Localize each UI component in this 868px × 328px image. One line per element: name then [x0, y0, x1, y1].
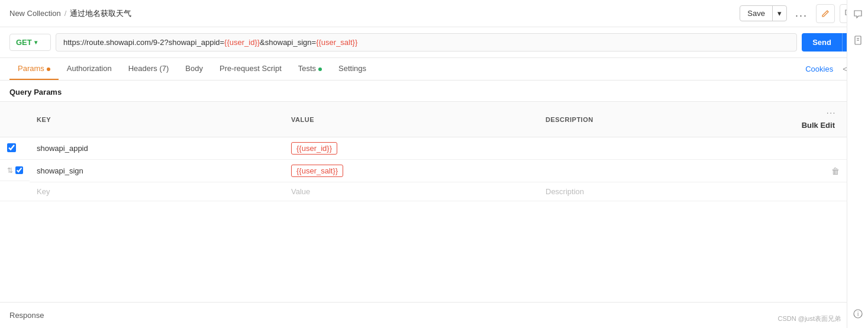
- row2-value-cell: {{user_salt}}: [284, 160, 538, 182]
- save-label: Save: [740, 6, 773, 21]
- table-row: ⇅ showapi_sign {{user_salt}} 🗑: [0, 160, 847, 182]
- row2-desc-cell: [538, 160, 788, 182]
- col-header-actions: ··· Bulk Edit: [788, 102, 847, 137]
- breadcrumb: New Collection / 通过地名获取天气: [9, 8, 131, 19]
- row1-check-cell: [0, 137, 30, 160]
- params-dot: [47, 67, 50, 71]
- tab-body[interactable]: Body: [177, 58, 211, 80]
- svg-text:i: i: [857, 311, 858, 317]
- breadcrumb-separator: /: [64, 9, 67, 18]
- url-base-text: https://route.showapi.com/9-2?showapi_ap…: [63, 38, 224, 47]
- method-dropdown-icon: ▾: [34, 39, 37, 46]
- method-selector[interactable]: GET ▾: [9, 34, 51, 51]
- tab-params[interactable]: Params: [9, 58, 59, 80]
- col-header-check: [0, 102, 30, 137]
- row1-actions-cell: [788, 137, 847, 160]
- row2-value[interactable]: {{user_salt}}: [291, 165, 343, 177]
- save-arrow-icon[interactable]: ▾: [773, 6, 786, 21]
- row2-actions-cell: 🗑: [788, 160, 847, 182]
- request-tabs: Params Authorization Headers (7) Body Pr…: [0, 58, 868, 81]
- row1-key-cell: showapi_appid: [30, 137, 284, 160]
- row2-checkbox[interactable]: [15, 166, 23, 175]
- empty-desc-placeholder[interactable]: Description: [546, 187, 584, 196]
- row1-value-cell: {{user_id}}: [284, 137, 538, 160]
- row2-check-cell: ⇅: [0, 160, 30, 181]
- table-more-button[interactable]: ···: [823, 107, 840, 118]
- url-mid-text: &showapi_sign=: [260, 38, 316, 47]
- tabs-list: Params Authorization Headers (7) Body Pr…: [9, 58, 375, 80]
- empty-value-cell: Value: [284, 182, 538, 201]
- col-header-value: VALUE: [284, 102, 538, 137]
- empty-key-placeholder[interactable]: Key: [37, 187, 50, 196]
- empty-value-placeholder[interactable]: Value: [291, 187, 310, 196]
- save-button[interactable]: Save ▾: [740, 5, 787, 21]
- response-label: Response: [9, 311, 44, 320]
- row1-value[interactable]: {{user_id}}: [291, 142, 337, 155]
- row2-key-cell: showapi_sign: [30, 160, 284, 182]
- tab-headers[interactable]: Headers (7): [120, 58, 178, 80]
- row1-desc-cell: [538, 137, 788, 160]
- row2-delete-icon[interactable]: 🗑: [831, 166, 840, 176]
- query-params-section-title: Query Params: [0, 81, 847, 101]
- header-actions: Save ▾ ...: [740, 4, 859, 23]
- request-name: 通过地名获取天气: [70, 8, 131, 19]
- col-header-description: DESCRIPTION: [538, 102, 788, 137]
- sidebar-info-icon[interactable]: i: [850, 306, 866, 322]
- content-area: Query Params KEY VALUE DESCRIPTION ··· B…: [0, 81, 847, 302]
- empty-key-cell: Key: [30, 182, 284, 201]
- header: New Collection / 通过地名获取天气 Save ▾ ...: [0, 0, 868, 27]
- table-row: showapi_appid {{user_id}}: [0, 137, 847, 160]
- tests-dot: [318, 67, 322, 71]
- empty-desc-cell: Description: [538, 182, 788, 201]
- method-label: GET: [16, 38, 32, 47]
- tab-authorization[interactable]: Authorization: [59, 58, 120, 80]
- response-section[interactable]: Response ▾: [0, 302, 868, 328]
- url-var1: {{user_id}}: [224, 38, 260, 47]
- empty-check-cell: [0, 182, 30, 201]
- row1-checkbox[interactable]: [7, 143, 16, 152]
- more-button[interactable]: ...: [792, 5, 811, 22]
- cookies-link[interactable]: Cookies: [805, 59, 833, 79]
- bulk-edit-button[interactable]: Bulk Edit: [797, 118, 840, 132]
- tab-pre-request[interactable]: Pre-request Script: [211, 58, 290, 80]
- row1-key[interactable]: showapi_appid: [37, 144, 88, 153]
- url-var2: {{user_salt}}: [316, 38, 357, 47]
- tab-tests[interactable]: Tests: [290, 58, 330, 80]
- edit-button[interactable]: [816, 4, 835, 23]
- params-table: KEY VALUE DESCRIPTION ··· Bulk Edit: [0, 101, 847, 201]
- tab-settings[interactable]: Settings: [330, 58, 375, 80]
- send-label: Send: [802, 33, 842, 52]
- url-bar: GET ▾ https://route.showapi.com/9-2?show…: [0, 27, 868, 58]
- col-header-key: KEY: [30, 102, 284, 137]
- watermark: CSDN @just表面兄弟: [777, 314, 841, 323]
- row2-key[interactable]: showapi_sign: [37, 166, 83, 175]
- empty-row: Key Value Description: [0, 182, 847, 201]
- empty-actions-cell: [788, 182, 847, 201]
- sidebar-doc-icon[interactable]: [850, 32, 866, 49]
- url-input[interactable]: https://route.showapi.com/9-2?showapi_ap…: [56, 33, 797, 52]
- sort-icon: ⇅: [7, 166, 13, 175]
- sidebar-comment-icon[interactable]: [850, 6, 866, 22]
- collection-name: New Collection: [9, 9, 61, 18]
- right-sidebar: i: [847, 0, 868, 328]
